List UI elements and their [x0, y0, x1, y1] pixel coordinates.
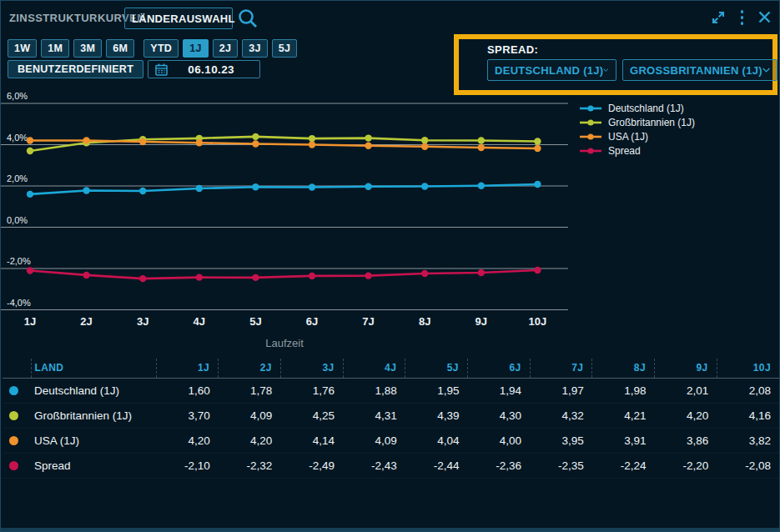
column-header-6j[interactable]: 6J	[467, 359, 530, 378]
period-button-5j[interactable]: 5J	[272, 39, 298, 58]
column-header-8j[interactable]: 8J	[592, 359, 655, 378]
table-row[interactable]: Großbritannien (1J)3,704,094,254,314,394…	[3, 403, 779, 428]
value-cell: 3,95	[530, 428, 592, 453]
value-cell: -2,20	[655, 453, 717, 478]
search-icon[interactable]	[237, 8, 259, 29]
period-button-2j[interactable]: 2J	[213, 39, 239, 58]
legend-label: Deutschland (1J)	[608, 103, 684, 114]
column-header-10j[interactable]: 10J	[717, 359, 779, 378]
value-cell: -2,49	[280, 453, 343, 478]
series-line	[30, 270, 537, 279]
value-cell: -2,36	[467, 453, 530, 478]
close-icon[interactable]	[757, 10, 772, 24]
period-button-1w[interactable]: 1W	[8, 39, 37, 58]
country-select-value: LÄNDERAUSWAHL	[132, 13, 235, 25]
dot-cell	[3, 453, 31, 478]
spread-select-right-value: GROSSBRITANNIEN (1J)	[630, 64, 762, 77]
value-cell: -2,08	[717, 453, 779, 478]
data-point	[421, 270, 428, 277]
value-cell: 1,98	[592, 378, 655, 403]
column-header-9j[interactable]: 9J	[655, 359, 717, 378]
value-cell: 2,08	[717, 378, 779, 403]
value-cell: -2,24	[592, 453, 655, 478]
column-header-1j[interactable]: 1J	[156, 359, 219, 378]
value-cell: 4,20	[655, 403, 717, 428]
spread-select-right[interactable]: GROSSBRITANNIEN (1J)	[622, 59, 777, 81]
x-tick-label: 2J	[80, 315, 92, 328]
value-cell: 4,25	[280, 403, 343, 428]
spread-select-left[interactable]: DEUTSCHLAND (1J)	[487, 59, 616, 81]
data-point	[478, 137, 485, 143]
table-row[interactable]: Spread-2,10-2,32-2,49-2,43-2,44-2,36-2,3…	[3, 453, 779, 478]
spread-select-left-value: DEUTSCHLAND (1J)	[495, 64, 603, 77]
y-tick-label: 2,0%	[7, 173, 28, 183]
column-header-3j[interactable]: 3J	[280, 359, 343, 378]
value-cell: 1,97	[530, 378, 592, 403]
value-cell: 4,09	[343, 428, 405, 453]
data-point	[252, 274, 259, 281]
data-point	[309, 273, 315, 279]
value-cell: 3,91	[592, 428, 655, 453]
value-cell: 2,01	[655, 378, 717, 403]
data-point	[309, 135, 315, 142]
x-tick-label: 1J	[24, 315, 36, 328]
data-point	[83, 187, 89, 193]
custom-period-button[interactable]: BENUTZERDEFINIERT	[8, 60, 143, 78]
series-name-cell: USA (1J)	[31, 428, 156, 453]
legend-item[interactable]: Großbritannien (1J)	[580, 115, 695, 129]
dot-cell	[3, 428, 31, 453]
country-select[interactable]: LÄNDERAUSWAHL	[124, 8, 233, 29]
table-row[interactable]: Deutschland (1J)1,601,781,761,881,951,94…	[3, 378, 779, 403]
legend-marker	[580, 104, 601, 113]
data-point	[421, 137, 428, 143]
value-cell: 4,30	[467, 403, 530, 428]
legend-marker	[580, 133, 601, 141]
value-cell: 4,31	[343, 403, 405, 428]
yield-curves-widget: ZINSSTRUKTURKURVEN LÄNDERAUSWAHL 1W1M3M6…	[0, 0, 780, 532]
value-cell: 4,39	[405, 403, 468, 428]
x-tick-label: 3J	[137, 315, 148, 328]
data-point	[27, 148, 33, 154]
data-point	[534, 267, 541, 274]
data-point	[196, 274, 203, 280]
x-tick-label: 10J	[529, 315, 547, 328]
column-header-5j[interactable]: 5J	[405, 359, 468, 378]
data-point	[252, 140, 259, 147]
dot-cell	[3, 378, 31, 403]
series-name-cell: Großbritannien (1J)	[31, 403, 156, 428]
value-cell: 1,88	[343, 378, 405, 403]
legend-item[interactable]: USA (1J)	[580, 129, 695, 143]
series-color-dot	[9, 411, 18, 420]
legend-item[interactable]: Spread	[580, 143, 695, 158]
date-value: 06.10.23	[169, 63, 254, 76]
column-header-7j[interactable]: 7J	[530, 359, 592, 378]
period-button-1j[interactable]: 1J	[183, 39, 209, 58]
column-header-2j[interactable]: 2J	[219, 359, 281, 378]
column-header-4j[interactable]: 4J	[343, 359, 405, 378]
data-point	[196, 185, 203, 192]
data-point	[365, 134, 371, 141]
period-button-3j[interactable]: 3J	[242, 39, 268, 58]
land-column-header[interactable]: LAND	[31, 359, 156, 378]
date-field[interactable]: 06.10.23	[148, 60, 260, 78]
value-cell: 4,04	[405, 428, 468, 453]
period-button-ytd[interactable]: YTD	[143, 39, 179, 58]
value-cell: 4,16	[717, 403, 779, 428]
data-point	[252, 183, 259, 190]
value-cell: -2,35	[530, 453, 592, 478]
value-cell: 4,14	[280, 428, 343, 453]
legend-label: USA (1J)	[608, 131, 648, 143]
data-point	[365, 183, 371, 190]
period-button-6m[interactable]: 6M	[106, 39, 134, 58]
data-point	[534, 138, 541, 144]
calendar-icon	[154, 63, 169, 77]
value-cell: 1,78	[219, 378, 281, 403]
chevron-down-icon	[762, 67, 770, 73]
data-point	[534, 145, 541, 152]
period-button-3m[interactable]: 3M	[73, 39, 102, 58]
period-button-1m[interactable]: 1M	[41, 39, 69, 58]
legend-item[interactable]: Deutschland (1J)	[580, 101, 695, 115]
table-row[interactable]: USA (1J)4,204,204,144,094,044,003,953,91…	[3, 428, 779, 453]
kebab-menu-icon[interactable]	[737, 8, 747, 27]
expand-icon[interactable]	[710, 9, 727, 26]
